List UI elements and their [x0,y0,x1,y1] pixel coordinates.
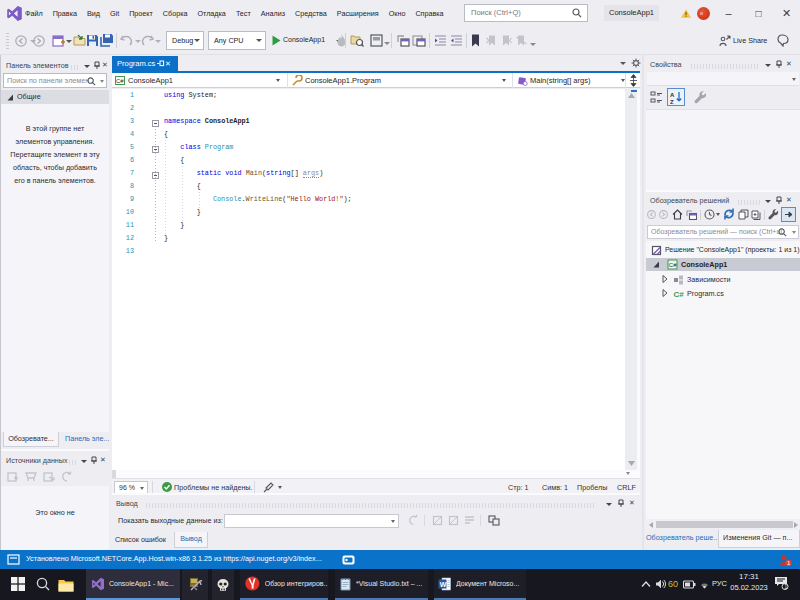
svg-text:A: A [670,92,675,98]
svg-text:C#: C# [674,290,685,299]
svg-text:C#: C# [669,262,677,268]
svg-text:C#: C# [116,78,124,84]
svg-text:Z: Z [670,99,674,104]
svg-text:W: W [440,580,447,587]
svg-text:1: 1 [784,583,788,590]
